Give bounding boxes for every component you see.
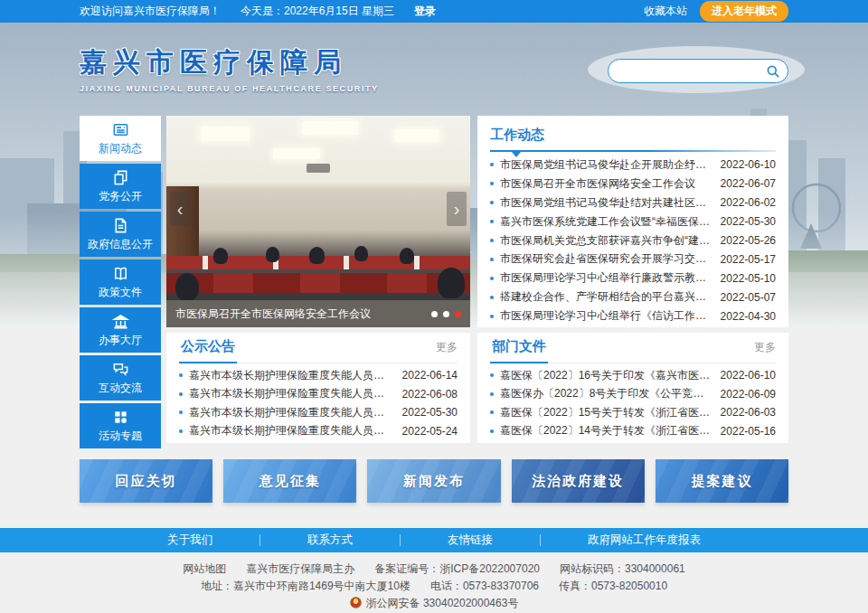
sidebar-item-gov-info[interactable]: 政府信息公开 xyxy=(80,212,161,257)
file-date: 2022-06-09 xyxy=(721,388,776,401)
news-carousel[interactable]: ‹ › 市医保局召开全市医保网络安全工作会议 xyxy=(166,116,470,327)
bank-icon xyxy=(112,313,129,330)
banner-proposals[interactable]: 提案建议 xyxy=(656,459,788,503)
footer-text: 嘉兴市医疗保障局主办 xyxy=(246,562,354,575)
search-button[interactable] xyxy=(766,64,780,79)
bullet-dot-icon xyxy=(490,429,494,433)
notice-link[interactable]: 嘉兴市本级长期护理保险重度失能人员名单公示（2... xyxy=(189,423,393,439)
news-link[interactable]: 市医保局召开全市医保网络安全工作会议 xyxy=(500,176,712,192)
work-news-panel: 工作动态 市医保局党组书记马俊华赴企开展助企纾困活动 2022-06-10 市医… xyxy=(477,116,788,327)
news-date: 2022-06-07 xyxy=(721,177,776,190)
sidebar-item-label: 活动专题 xyxy=(99,429,142,444)
bullet-dot-icon xyxy=(490,201,494,204)
bullet-dot-icon xyxy=(490,163,494,166)
sidebar-item-label: 办事大厅 xyxy=(99,333,142,348)
file-link[interactable]: 嘉医保〔2022〕14号关于转发《浙江省医疗保... xyxy=(500,423,712,439)
news-date: 2022-05-30 xyxy=(721,215,776,228)
section-title-notice: 公示公告 xyxy=(179,338,237,363)
banner-label: 法治政府建设 xyxy=(532,473,624,490)
carousel-prev-button[interactable]: ‹ xyxy=(170,192,190,226)
bullet-dot-icon xyxy=(490,239,494,242)
carousel-caption[interactable]: 市医保局召开全市医保网络安全工作会议 xyxy=(175,306,424,322)
footer-line-2: 地址：嘉兴市中环南路1469号中南大厦10楼电话：0573-83370706传真… xyxy=(0,578,868,595)
banner-law-government[interactable]: 法治政府建设 xyxy=(512,459,645,503)
footer-nav-contact[interactable]: 联系方式 xyxy=(259,534,400,546)
news-link[interactable]: 市医保局机关党总支部获评嘉兴市争创“建设清廉机... xyxy=(500,233,712,249)
search-box xyxy=(608,59,788,83)
main-content: 新闻动态 党务公开 政府信息公开 政策文件 办事大厅 xyxy=(80,116,788,503)
footer-text: 传真：0573-82050010 xyxy=(559,580,667,592)
news-date: 2022-04-30 xyxy=(721,310,776,323)
bullet-dot-icon xyxy=(490,296,494,299)
file-date: 2022-05-16 xyxy=(721,425,776,438)
sidebar-item-service-hall[interactable]: 办事大厅 xyxy=(80,307,161,353)
chat-icon xyxy=(112,361,129,378)
security-record: 浙公网安备 33040202000463号 xyxy=(366,597,519,609)
sidebar-item-party-affairs[interactable]: 党务公开 xyxy=(80,164,161,209)
notice-link[interactable]: 嘉兴市本级长期护理保险重度失能人员名单公示（2... xyxy=(189,368,393,383)
bullet-dot-icon xyxy=(490,410,494,414)
banner-label: 意见征集 xyxy=(259,473,321,490)
banner-respond-concerns[interactable]: 回应关切 xyxy=(80,459,212,503)
news-link[interactable]: 市医保研究会赴省医保研究会开展学习交流活动 xyxy=(500,251,712,267)
newspaper-icon xyxy=(112,121,129,138)
section-title-files: 部门文件 xyxy=(490,338,548,363)
files-header: 部门文件 更多 xyxy=(490,333,776,363)
footer-nav-annual-report[interactable]: 政府网站工作年度报表 xyxy=(540,534,748,546)
carousel-next-button[interactable]: › xyxy=(447,192,467,226)
work-news-header: 工作动态 xyxy=(490,116,776,152)
bullet-dot-icon xyxy=(490,182,494,185)
news-date: 2022-05-26 xyxy=(721,234,776,247)
news-link[interactable]: 市医保局理论学习中心组举行《信访工作条例》专题... xyxy=(500,308,712,324)
sidebar-item-label: 政策文件 xyxy=(99,285,142,300)
footer-text: 网站地图 xyxy=(183,562,226,575)
list-item: 嘉兴市本级长期护理保险重度失能人员名单公示（2... 2022-06-08 xyxy=(179,385,458,404)
notice-date: 2022-05-24 xyxy=(402,425,458,438)
bullet-dot-icon xyxy=(179,410,183,414)
list-item: 嘉医保〔2022〕15号关于转发《浙江省医疗保... 2022-06-03 xyxy=(490,403,776,422)
news-link[interactable]: 搭建校企合作、产学研相结合的平台嘉兴市长期护理... xyxy=(500,289,712,305)
document-icon xyxy=(112,217,129,234)
news-link[interactable]: 市医保局党组书记马俊华赴企开展助企纾困活动 xyxy=(500,157,712,173)
file-link[interactable]: 嘉医保办〔2022〕8号关于印发《公平竞争审查... xyxy=(500,386,712,401)
banner-opinion-collection[interactable]: 意见征集 xyxy=(223,459,356,503)
notice-link[interactable]: 嘉兴市本级长期护理保险重度失能人员名单公示（2... xyxy=(189,386,393,401)
list-item: 嘉兴市医保系统党建工作会议暨“幸福医保”党建联... 2022-05-30 xyxy=(490,212,776,231)
login-link[interactable]: 登录 xyxy=(414,4,436,19)
news-link[interactable]: 市医保局理论学习中心组举行廉政警示教育专题学习... xyxy=(500,270,712,286)
list-item: 搭建校企合作、产学研相结合的平台嘉兴市长期护理... 2022-05-07 xyxy=(490,288,776,306)
carousel-dot[interactable] xyxy=(431,311,438,317)
favorite-link[interactable]: 收藏本站 xyxy=(644,4,687,19)
notice-more-link[interactable]: 更多 xyxy=(436,340,458,363)
list-item: 市医保局召开全市医保网络安全工作会议 2022-06-07 xyxy=(490,174,776,193)
carousel-dot[interactable] xyxy=(455,311,461,317)
list-item: 市医保局党组书记马俊华赴企开展助企纾困活动 2022-06-10 xyxy=(490,156,776,174)
footer-nav-links[interactable]: 友情链接 xyxy=(400,534,540,546)
sidebar-item-interaction[interactable]: 互动交流 xyxy=(80,355,161,401)
list-item: 市医保局理论学习中心组举行廉政警示教育专题学习... 2022-05-10 xyxy=(490,269,776,288)
footer-text: 地址：嘉兴市中环南路1469号中南大厦10楼 xyxy=(201,580,410,592)
footer-line-1: 网站地图嘉兴市医疗保障局主办备案证编号：浙ICP备2022007020网站标识码… xyxy=(0,561,868,578)
files-more-link[interactable]: 更多 xyxy=(754,340,776,363)
banner-news-release[interactable]: 新闻发布 xyxy=(367,459,500,503)
sidebar-item-policy-files[interactable]: 政策文件 xyxy=(80,259,161,305)
file-link[interactable]: 嘉医保〔2022〕15号关于转发《浙江省医疗保... xyxy=(500,405,712,420)
news-link[interactable]: 市医保局党组书记马俊华赴结对共建社区指导全国文... xyxy=(500,195,712,211)
news-link[interactable]: 嘉兴市医保系统党建工作会议暨“幸福医保”党建联... xyxy=(500,214,712,230)
carousel-photo-meeting xyxy=(166,116,470,300)
sidebar-item-label: 政府信息公开 xyxy=(88,237,153,252)
search-input[interactable] xyxy=(619,65,766,78)
footer-nav-about[interactable]: 关于我们 xyxy=(120,534,259,546)
sidebar-item-news[interactable]: 新闻动态 xyxy=(80,116,161,161)
elder-mode-button[interactable]: 进入老年模式 xyxy=(700,1,788,22)
file-link[interactable]: 嘉医保〔2022〕16号关于印发《嘉兴市医疗保... xyxy=(500,368,712,383)
bullet-dot-icon xyxy=(179,392,183,396)
banner-label: 回应关切 xyxy=(116,473,177,490)
banner-label: 提案建议 xyxy=(691,473,752,490)
carousel-dot[interactable] xyxy=(443,311,449,317)
notice-link[interactable]: 嘉兴市本级长期护理保险重度失能人员名单公示（2... xyxy=(189,405,393,420)
sidebar-item-label: 党务公开 xyxy=(99,189,142,204)
list-item: 市医保局理论学习中心组举行《信访工作条例》专题... 2022-04-30 xyxy=(490,306,776,325)
sidebar-item-topics[interactable]: 活动专题 xyxy=(80,403,161,448)
file-date: 2022-06-03 xyxy=(721,406,776,419)
